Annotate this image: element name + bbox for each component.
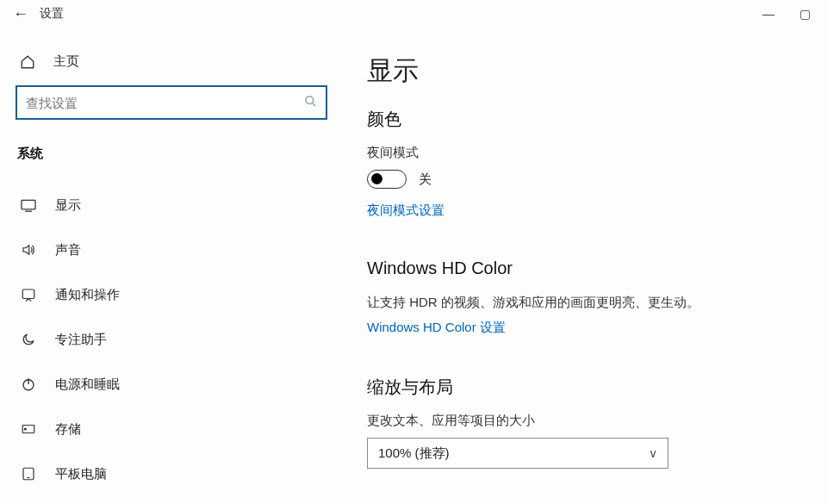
sidebar-item-label: 电源和睡眠 bbox=[55, 376, 120, 393]
titlebar: ← 设置 ― ▢ bbox=[0, 0, 827, 28]
svg-line-1 bbox=[312, 103, 315, 106]
page-title: 显示 bbox=[367, 53, 803, 89]
sidebar-item-power[interactable]: 电源和睡眠 bbox=[16, 362, 327, 407]
hdcolor-settings-link[interactable]: Windows HD Color 设置 bbox=[367, 320, 506, 336]
scale-dropdown-value: 100% (推荐) bbox=[378, 445, 450, 462]
sidebar-item-display[interactable]: 显示 bbox=[16, 183, 327, 227]
svg-rect-4 bbox=[22, 289, 34, 299]
night-mode-toggle-row: 关 bbox=[367, 170, 803, 189]
sidebar-item-notifications[interactable]: 通知和操作 bbox=[16, 272, 327, 317]
svg-point-8 bbox=[24, 428, 26, 430]
storage-icon bbox=[19, 421, 38, 437]
chevron-down-icon: ∨ bbox=[649, 446, 657, 460]
search-box[interactable] bbox=[16, 85, 327, 120]
arrow-left-icon: ← bbox=[13, 5, 28, 23]
sidebar-home[interactable]: 主页 bbox=[19, 53, 327, 70]
search-input[interactable] bbox=[26, 96, 304, 110]
power-icon bbox=[19, 376, 38, 392]
display-icon bbox=[19, 198, 38, 212]
sidebar-home-label: 主页 bbox=[53, 53, 79, 70]
home-icon bbox=[19, 54, 36, 70]
search-icon bbox=[304, 95, 317, 110]
body: 主页 系统 显示 bbox=[0, 28, 827, 504]
back-button[interactable]: ← bbox=[7, 5, 34, 23]
hdcolor-description: 让支持 HDR 的视频、游戏和应用的画面更明亮、更生动。 bbox=[367, 292, 803, 313]
scale-dropdown[interactable]: 100% (推荐) ∨ bbox=[367, 438, 668, 469]
sidebar-item-label: 存储 bbox=[55, 421, 81, 438]
content-pane: 显示 颜色 夜间模式 关 夜间模式设置 Windows HD Color 让支持… bbox=[343, 28, 827, 504]
section-hdcolor-heading: Windows HD Color bbox=[367, 258, 803, 278]
sidebar-item-sound[interactable]: 声音 bbox=[16, 227, 327, 272]
maximize-icon: ▢ bbox=[799, 7, 811, 21]
svg-rect-2 bbox=[22, 200, 35, 208]
sidebar-item-label: 显示 bbox=[55, 197, 81, 214]
sidebar-category: 系统 bbox=[17, 146, 327, 162]
maximize-button[interactable]: ▢ bbox=[798, 7, 811, 21]
sidebar-item-tablet[interactable]: 平板电脑 bbox=[16, 451, 327, 496]
window-controls: ― ▢ bbox=[762, 7, 820, 21]
minimize-icon: ― bbox=[762, 7, 774, 21]
sidebar-item-label: 平板电脑 bbox=[55, 466, 107, 482]
svg-point-0 bbox=[306, 96, 314, 104]
sound-icon bbox=[19, 242, 38, 258]
section-scale-heading: 缩放与布局 bbox=[367, 376, 803, 399]
night-mode-toggle[interactable] bbox=[367, 170, 407, 189]
sidebar-item-label: 声音 bbox=[55, 242, 81, 258]
sidebar-item-label: 专注助手 bbox=[55, 332, 107, 348]
tablet-icon bbox=[19, 466, 38, 482]
sidebar-item-focus-assist[interactable]: 专注助手 bbox=[16, 317, 327, 362]
night-mode-label: 夜间模式 bbox=[367, 145, 803, 161]
minimize-button[interactable]: ― bbox=[762, 7, 775, 21]
night-mode-settings-link[interactable]: 夜间模式设置 bbox=[367, 202, 445, 219]
sidebar-item-storage[interactable]: 存储 bbox=[16, 407, 327, 451]
night-mode-state: 关 bbox=[419, 171, 432, 188]
window-title: 设置 bbox=[34, 6, 64, 22]
notification-icon bbox=[19, 287, 38, 302]
sidebar-nav: 显示 声音 通知和操作 bbox=[16, 183, 327, 496]
scale-label: 更改文本、应用等项目的大小 bbox=[367, 413, 803, 429]
sidebar-item-label: 通知和操作 bbox=[55, 287, 120, 303]
sidebar: 主页 系统 显示 bbox=[0, 28, 343, 504]
settings-window: ← 设置 ― ▢ 主页 系统 bbox=[0, 0, 827, 504]
moon-icon bbox=[19, 332, 38, 347]
section-color-heading: 颜色 bbox=[367, 108, 803, 131]
